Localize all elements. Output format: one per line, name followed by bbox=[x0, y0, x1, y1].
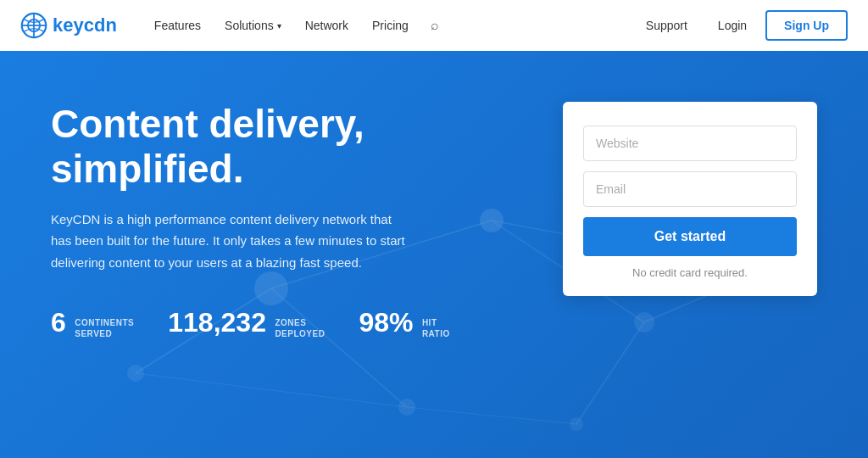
stat-continents-number: 6 bbox=[51, 307, 66, 338]
stat-continents: 6 CONTINENTSSERVED bbox=[51, 307, 134, 339]
nav-pricing[interactable]: Pricing bbox=[362, 12, 419, 39]
logo[interactable]: keycdn bbox=[20, 12, 117, 39]
signup-card: Get started No credit card required. bbox=[563, 102, 817, 296]
nav-left: Features Solutions ▾ Network Pricing ⌕ bbox=[144, 11, 634, 40]
logo-text: keycdn bbox=[53, 14, 117, 36]
stat-hit-label: HITRATIO bbox=[422, 317, 450, 339]
nav-signup-button[interactable]: Sign Up bbox=[765, 10, 848, 41]
hero-left: Content delivery, simplified. KeyCDN is … bbox=[51, 102, 563, 339]
stat-zones-number: 118,232 bbox=[168, 307, 266, 338]
email-input[interactable] bbox=[583, 171, 797, 207]
stat-zones: 118,232 ZONESDEPLOYED bbox=[168, 307, 325, 339]
no-credit-card-text: No credit card required. bbox=[583, 266, 797, 279]
svg-line-16 bbox=[576, 322, 644, 424]
svg-point-8 bbox=[398, 399, 415, 416]
stat-hit: 98% HITRATIO bbox=[359, 307, 449, 339]
svg-line-19 bbox=[136, 373, 407, 407]
stat-zones-label: ZONESDEPLOYED bbox=[275, 317, 325, 339]
hero-section: Content delivery, simplified. KeyCDN is … bbox=[0, 51, 868, 458]
stat-hit-number: 98% bbox=[359, 307, 413, 338]
nav-network[interactable]: Network bbox=[295, 12, 359, 39]
stat-continents-label: CONTINENTSSERVED bbox=[75, 317, 134, 339]
website-input[interactable] bbox=[583, 126, 797, 161]
nav-login[interactable]: Login bbox=[706, 12, 759, 39]
hero-stats: 6 CONTINENTSSERVED 118,232 ZONESDEPLOYED… bbox=[51, 307, 529, 339]
svg-line-18 bbox=[407, 407, 576, 424]
svg-point-7 bbox=[127, 365, 144, 382]
search-icon[interactable]: ⌕ bbox=[422, 11, 448, 40]
nav-solutions[interactable]: Solutions ▾ bbox=[214, 12, 292, 39]
navbar: keycdn Features Solutions ▾ Network Pric… bbox=[0, 0, 868, 51]
nav-right: Support Login Sign Up bbox=[634, 10, 848, 41]
nav-features[interactable]: Features bbox=[144, 12, 211, 39]
get-started-button[interactable]: Get started bbox=[583, 217, 797, 256]
hero-description: KeyCDN is a high performance content del… bbox=[51, 209, 407, 274]
svg-point-6 bbox=[634, 312, 654, 332]
solutions-chevron-icon: ▾ bbox=[277, 21, 281, 31]
svg-point-10 bbox=[570, 417, 583, 431]
nav-support[interactable]: Support bbox=[634, 12, 699, 39]
hero-title: Content delivery, simplified. bbox=[51, 102, 529, 192]
hero-right: Get started No credit card required. bbox=[563, 102, 817, 296]
